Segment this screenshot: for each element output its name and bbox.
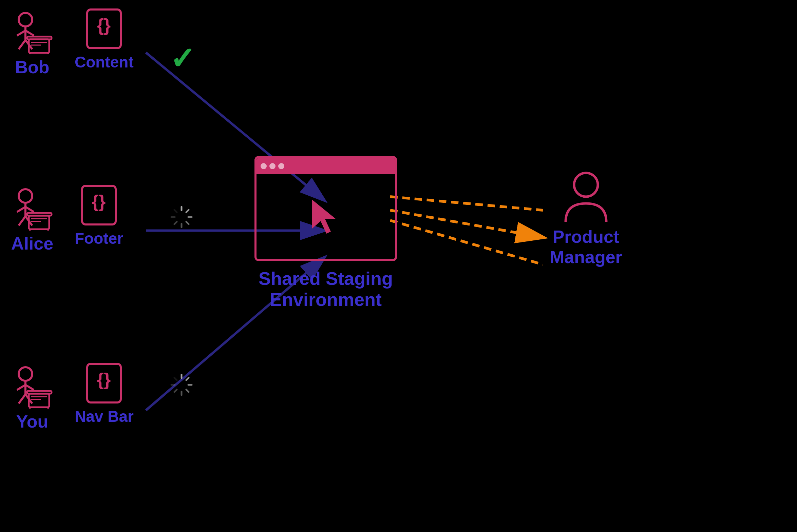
footer-icon: {}: [79, 183, 118, 227]
diagram-container: Bob {} Content ✓ Alice: [0, 0, 797, 532]
svg-text:{}: {}: [92, 192, 106, 211]
content-icon: {}: [85, 7, 124, 51]
pm-group: Product Manager: [550, 170, 622, 267]
svg-line-23: [25, 207, 34, 212]
staging-titlebar: [257, 158, 395, 174]
svg-line-57: [186, 378, 189, 380]
content-label: Content: [75, 53, 134, 71]
navbar-label: Nav Bar: [75, 407, 134, 425]
svg-line-37: [186, 222, 189, 224]
svg-line-3: [390, 210, 543, 238]
svg-line-39: [174, 222, 177, 224]
svg-marker-64: [312, 200, 336, 234]
footer-label: Footer: [75, 229, 123, 248]
you-developer-icon: [10, 364, 54, 408]
svg-line-8: [17, 31, 25, 36]
arrows-svg: [0, 0, 797, 532]
you-spinner-icon: [166, 369, 197, 401]
alice-label: Alice: [11, 233, 53, 254]
svg-line-46: [19, 394, 25, 403]
cursor-icon: [305, 195, 346, 239]
svg-line-22: [17, 207, 25, 212]
you-label: You: [16, 411, 48, 432]
svg-point-65: [574, 173, 598, 197]
navbar-group: {} Nav Bar: [75, 361, 134, 425]
navbar-icon: {}: [85, 361, 124, 405]
svg-point-20: [19, 189, 32, 203]
svg-line-4: [390, 197, 543, 210]
svg-line-45: [25, 385, 34, 390]
alice-developer-icon: [10, 187, 54, 231]
svg-point-42: [19, 367, 32, 381]
bob-developer-icon: [10, 10, 54, 54]
staging-dot-2: [270, 163, 276, 169]
svg-line-41: [174, 210, 177, 212]
svg-line-44: [17, 385, 25, 390]
staging-label: Shared Staging Environment: [255, 268, 397, 310]
svg-line-10: [19, 40, 25, 49]
svg-line-61: [174, 390, 177, 392]
staging-dot-1: [261, 163, 267, 169]
svg-point-6: [19, 13, 32, 26]
alice-group: Alice: [10, 187, 54, 254]
svg-line-24: [19, 216, 25, 226]
pm-person-icon: [559, 170, 613, 224]
check-icon: ✓: [170, 41, 195, 76]
svg-line-59: [186, 390, 189, 392]
staging-dot-3: [278, 163, 284, 169]
footer-group: {} Footer: [75, 183, 123, 248]
svg-line-35: [186, 210, 189, 212]
bob-group: Bob: [10, 10, 54, 77]
svg-text:{}: {}: [97, 369, 111, 389]
svg-rect-13: [29, 39, 49, 53]
content-group: {} Content: [75, 7, 134, 71]
svg-rect-27: [29, 216, 49, 229]
svg-line-5: [390, 221, 543, 265]
svg-line-63: [174, 378, 177, 380]
bob-label: Bob: [15, 57, 49, 77]
svg-line-9: [25, 31, 34, 36]
alice-spinner-icon: [166, 202, 197, 234]
svg-text:{}: {}: [97, 15, 111, 35]
you-group: You: [10, 364, 54, 432]
pm-label: Product Manager: [550, 227, 622, 267]
svg-rect-49: [29, 394, 49, 407]
staging-environment-box: [255, 156, 397, 261]
